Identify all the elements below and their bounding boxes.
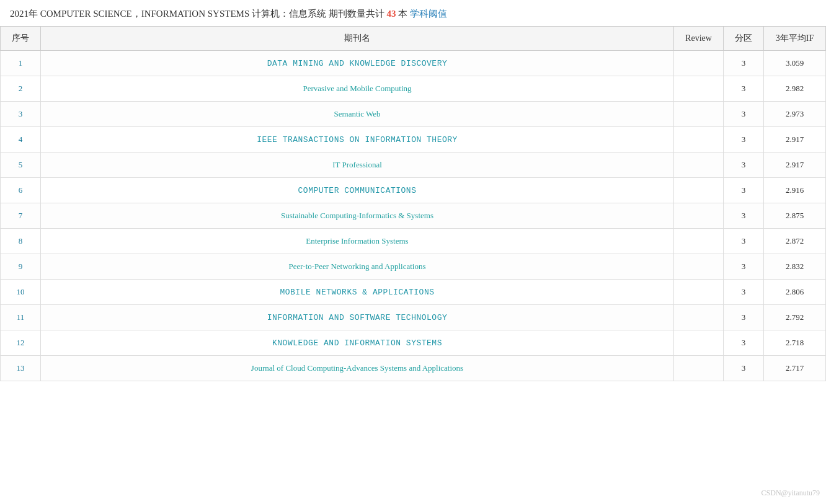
cell-journal-name[interactable]: Peer-to-Peer Networking and Applications (41, 254, 674, 280)
journal-link[interactable]: IEEE TRANSACTIONS ON INFORMATION THEORY (257, 135, 458, 144)
cell-review (674, 51, 724, 76)
cell-if: 2.917 (764, 153, 826, 178)
cell-if: 3.059 (764, 51, 826, 76)
cell-review (674, 178, 724, 203)
cell-journal-name[interactable]: COMPUTER COMMUNICATIONS (41, 178, 674, 203)
journal-link[interactable]: Enterprise Information Systems (306, 236, 408, 245)
cell-journal-name[interactable]: DATA MINING AND KNOWLEDGE DISCOVERY (41, 51, 674, 76)
cell-zone: 3 (724, 280, 764, 305)
cell-review (674, 76, 724, 102)
cell-review (674, 254, 724, 280)
cell-zone: 3 (724, 102, 764, 127)
cell-review (674, 127, 724, 153)
cell-zone: 3 (724, 153, 764, 178)
cell-review (674, 356, 724, 381)
cell-review (674, 102, 724, 127)
cell-seq: 7 (1, 203, 41, 229)
col-header-seq: 序号 (1, 27, 41, 51)
table-row: 13Journal of Cloud Computing-Advances Sy… (1, 356, 826, 381)
journal-link[interactable]: Semantic Web (334, 109, 381, 118)
cell-review (674, 280, 724, 305)
table-row: 10MOBILE NETWORKS & APPLICATIONS32.806 (1, 280, 826, 305)
col-header-review: Review (674, 27, 724, 51)
journal-link[interactable]: COMPUTER COMMUNICATIONS (298, 186, 417, 195)
cell-seq: 11 (1, 305, 41, 330)
cell-if: 2.917 (764, 127, 826, 153)
cell-zone: 3 (724, 178, 764, 203)
cell-review (674, 203, 724, 229)
journal-link[interactable]: INFORMATION AND SOFTWARE TECHNOLOGY (267, 313, 448, 322)
journal-link[interactable]: DATA MINING AND KNOWLEDGE DISCOVERY (267, 59, 448, 68)
cell-journal-name[interactable]: Sustainable Computing-Informatics & Syst… (41, 203, 674, 229)
page-header: 2021年 COMPUTER SCIENCE，INFORMATION SYSTE… (0, 0, 826, 26)
col-header-zone: 分区 (724, 27, 764, 51)
cell-review (674, 229, 724, 254)
cell-zone: 3 (724, 76, 764, 102)
cell-if: 2.806 (764, 280, 826, 305)
cell-journal-name[interactable]: Pervasive and Mobile Computing (41, 76, 674, 102)
journal-link[interactable]: Journal of Cloud Computing-Advances Syst… (251, 363, 463, 373)
table-row: 2Pervasive and Mobile Computing32.982 (1, 76, 826, 102)
cell-journal-name[interactable]: Enterprise Information Systems (41, 229, 674, 254)
cell-seq: 6 (1, 178, 41, 203)
journal-link[interactable]: Peer-to-Peer Networking and Applications (288, 262, 425, 271)
cell-journal-name[interactable]: IT Professional (41, 153, 674, 178)
cell-seq: 12 (1, 330, 41, 356)
cell-review (674, 330, 724, 356)
cell-seq: 3 (1, 102, 41, 127)
table-row: 11INFORMATION AND SOFTWARE TECHNOLOGY32.… (1, 305, 826, 330)
journal-link[interactable]: Sustainable Computing-Informatics & Syst… (281, 211, 433, 220)
cell-seq: 13 (1, 356, 41, 381)
cell-if: 2.832 (764, 254, 826, 280)
cell-zone: 3 (724, 305, 764, 330)
header-category: COMPUTER SCIENCE，INFORMATION SYSTEMS (40, 9, 250, 19)
table-row: 1DATA MINING AND KNOWLEDGE DISCOVERY33.0… (1, 51, 826, 76)
cell-seq: 4 (1, 127, 41, 153)
cell-if: 2.916 (764, 178, 826, 203)
cell-if: 2.872 (764, 229, 826, 254)
cell-if: 2.982 (764, 76, 826, 102)
journal-link[interactable]: KNOWLEDGE AND INFORMATION SYSTEMS (272, 338, 442, 348)
table-row: 5IT Professional32.917 (1, 153, 826, 178)
cell-seq: 2 (1, 76, 41, 102)
cell-zone: 3 (724, 254, 764, 280)
journal-link[interactable]: IT Professional (332, 160, 382, 169)
col-header-if: 3年平均IF (764, 27, 826, 51)
cell-zone: 3 (724, 229, 764, 254)
cell-zone: 3 (724, 356, 764, 381)
cell-seq: 10 (1, 280, 41, 305)
journal-link[interactable]: MOBILE NETWORKS & APPLICATIONS (280, 288, 434, 297)
table-row: 6COMPUTER COMMUNICATIONS32.916 (1, 178, 826, 203)
cell-zone: 3 (724, 203, 764, 229)
header-unit: 本 (398, 9, 407, 19)
cell-if: 2.718 (764, 330, 826, 356)
table-container: 序号 期刊名 Review 分区 3年平均IF 1DATA MINING AND… (0, 26, 826, 381)
cell-zone: 3 (724, 51, 764, 76)
cell-if: 2.717 (764, 356, 826, 381)
table-row: 4IEEE TRANSACTIONS ON INFORMATION THEORY… (1, 127, 826, 153)
cell-journal-name[interactable]: Journal of Cloud Computing-Advances Syst… (41, 356, 674, 381)
cell-review (674, 305, 724, 330)
cell-if: 2.973 (764, 102, 826, 127)
table-row: 12KNOWLEDGE AND INFORMATION SYSTEMS32.71… (1, 330, 826, 356)
table-header-row: 序号 期刊名 Review 分区 3年平均IF (1, 27, 826, 51)
cell-journal-name[interactable]: IEEE TRANSACTIONS ON INFORMATION THEORY (41, 127, 674, 153)
cell-journal-name[interactable]: KNOWLEDGE AND INFORMATION SYSTEMS (41, 330, 674, 356)
cell-seq: 1 (1, 51, 41, 76)
header-year: 2021年 (10, 9, 38, 19)
cell-review (674, 153, 724, 178)
col-header-name: 期刊名 (41, 27, 674, 51)
cell-journal-name[interactable]: Semantic Web (41, 102, 674, 127)
table-row: 3Semantic Web32.973 (1, 102, 826, 127)
table-row: 9Peer-to-Peer Networking and Application… (1, 254, 826, 280)
journal-link[interactable]: Pervasive and Mobile Computing (303, 84, 411, 93)
cell-journal-name[interactable]: MOBILE NETWORKS & APPLICATIONS (41, 280, 674, 305)
header-label: 期刊数量共计 (329, 9, 384, 19)
cell-if: 2.875 (764, 203, 826, 229)
journals-table: 序号 期刊名 Review 分区 3年平均IF 1DATA MINING AND… (0, 26, 826, 381)
cell-if: 2.792 (764, 305, 826, 330)
header-link[interactable]: 学科阈值 (410, 9, 447, 19)
cell-seq: 5 (1, 153, 41, 178)
cell-seq: 8 (1, 229, 41, 254)
cell-journal-name[interactable]: INFORMATION AND SOFTWARE TECHNOLOGY (41, 305, 674, 330)
